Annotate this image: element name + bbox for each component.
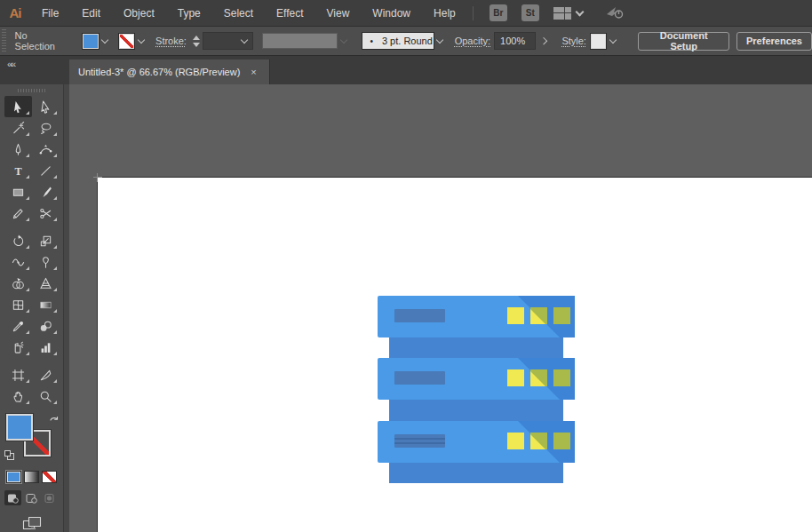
led-1 [507, 433, 524, 449]
stroke-color-swatch[interactable] [118, 33, 136, 50]
color-button[interactable] [6, 471, 21, 483]
line-segment-tool[interactable] [32, 160, 60, 181]
curvature-tool[interactable] [32, 139, 60, 160]
app-logo: Ai [0, 5, 30, 20]
menu-file[interactable]: File [30, 0, 70, 27]
symbol-sprayer-tool[interactable] [4, 337, 32, 358]
draw-inside-button [42, 490, 59, 505]
menu-edit[interactable]: Edit [70, 0, 112, 27]
slice-tool[interactable] [32, 364, 60, 385]
led-1 [507, 369, 524, 386]
tool-grid: T [0, 96, 63, 407]
hand-tool[interactable] [4, 385, 32, 407]
rectangle-tool[interactable] [4, 181, 32, 202]
stepper-down-icon[interactable] [193, 43, 200, 47]
draw-behind-button[interactable] [23, 490, 40, 505]
menu-object[interactable]: Object [112, 0, 166, 27]
artboard-tool[interactable] [4, 364, 32, 385]
rotate-tool[interactable] [4, 230, 32, 251]
opacity-label[interactable]: Opacity: [455, 36, 490, 46]
fill-color-swatch[interactable] [82, 33, 100, 50]
menu-type[interactable]: Type [166, 0, 212, 27]
width-profile-select [262, 33, 338, 49]
column-graph-tool[interactable] [32, 337, 60, 358]
workspace-switcher-icon[interactable] [553, 7, 586, 20]
draw-normal-button[interactable] [4, 490, 21, 505]
paint-style-row [0, 471, 63, 483]
gradient-button[interactable] [24, 471, 39, 483]
server-base [389, 462, 563, 483]
screen-mode-button[interactable] [0, 516, 63, 531]
brush-preview-dot: • [370, 36, 373, 46]
document-tab[interactable]: Untitled-3* @ 66.67% (RGB/Preview) × [69, 60, 270, 84]
type-tool[interactable]: T [4, 160, 32, 181]
stroke-width-stepper[interactable] [193, 36, 200, 47]
opacity-expand-icon[interactable] [539, 37, 546, 44]
swap-fill-stroke-icon[interactable] [49, 414, 60, 430]
tools-panel: T [0, 84, 64, 532]
server-connector [389, 336, 563, 361]
stepper-up-icon[interactable] [193, 36, 200, 40]
preferences-button[interactable]: Preferences [736, 32, 812, 51]
mesh-tool[interactable] [4, 294, 32, 315]
scissors-tool[interactable] [32, 202, 60, 224]
stroke-width-dropdown-icon[interactable] [238, 33, 251, 50]
blend-tool[interactable] [32, 315, 60, 337]
none-button[interactable] [42, 471, 57, 483]
default-fill-stroke-icon[interactable] [4, 448, 14, 464]
width-tool[interactable] [4, 251, 32, 273]
paintbrush-tool[interactable] [32, 181, 60, 202]
menu-effect[interactable]: Effect [265, 0, 314, 27]
opacity-input[interactable]: 100% [494, 32, 536, 50]
width-profile-dropdown-icon [338, 33, 349, 49]
stroke-color-dropdown[interactable] [135, 33, 147, 50]
stroke-width-select[interactable] [203, 32, 254, 50]
stroke-label[interactable]: Stroke: [155, 36, 187, 46]
stock-icon[interactable]: St [521, 4, 539, 21]
menu-window[interactable]: Window [361, 0, 422, 27]
pen-tool[interactable] [4, 139, 32, 160]
scale-tool[interactable] [32, 230, 60, 251]
led-3 [553, 307, 570, 324]
selection-tool[interactable] [4, 96, 32, 117]
fill-indicator[interactable] [6, 414, 33, 441]
zoom-tool[interactable] [32, 385, 60, 407]
shaper-tool[interactable] [4, 202, 32, 224]
server-illustration[interactable] [377, 295, 576, 484]
style-label[interactable]: Style: [561, 36, 586, 46]
document-setup-button[interactable]: Document Setup [638, 32, 729, 51]
artboard[interactable] [98, 178, 812, 532]
tools-panel-grip[interactable] [18, 89, 46, 92]
shape-builder-tool[interactable] [4, 273, 32, 294]
bridge-icon[interactable]: Br [490, 4, 507, 21]
fill-color-dropdown[interactable] [100, 33, 111, 50]
menu-view[interactable]: View [315, 0, 362, 27]
collapse-panel-icon[interactable]: «« [7, 59, 14, 69]
direct-selection-tool[interactable] [32, 96, 60, 117]
menu-select[interactable]: Select [212, 0, 265, 27]
led-3 [553, 369, 570, 386]
perspective-grid-tool[interactable] [32, 273, 60, 294]
free-transform-tool[interactable] [32, 251, 60, 273]
style-dropdown[interactable] [607, 33, 618, 50]
type-tool-glyph: T [14, 164, 21, 177]
menu-divider [473, 6, 474, 20]
eyedropper-tool[interactable] [4, 315, 32, 337]
document-title: Untitled-3* @ 66.67% (RGB/Preview) [78, 67, 240, 77]
lasso-tool[interactable] [32, 117, 60, 139]
brush-definition-select[interactable]: • 3 pt. Round [362, 32, 434, 50]
drawing-modes-row [0, 490, 63, 505]
menu-help[interactable]: Help [422, 0, 467, 27]
control-bar-grip[interactable] [2, 29, 6, 52]
canvas-pasteboard[interactable] [69, 84, 812, 532]
tab-close-icon[interactable]: × [251, 67, 256, 77]
server-connector [389, 399, 563, 424]
fill-stroke-cluster [4, 414, 60, 465]
artboard-corner-marker [93, 173, 102, 182]
brush-dropdown[interactable] [434, 33, 446, 50]
magic-wand-tool[interactable] [4, 117, 32, 139]
style-swatch[interactable] [590, 33, 608, 50]
sync-status-icon[interactable] [604, 4, 624, 23]
gradient-tool[interactable] [32, 294, 60, 315]
brush-name: 3 pt. Round [382, 36, 433, 46]
